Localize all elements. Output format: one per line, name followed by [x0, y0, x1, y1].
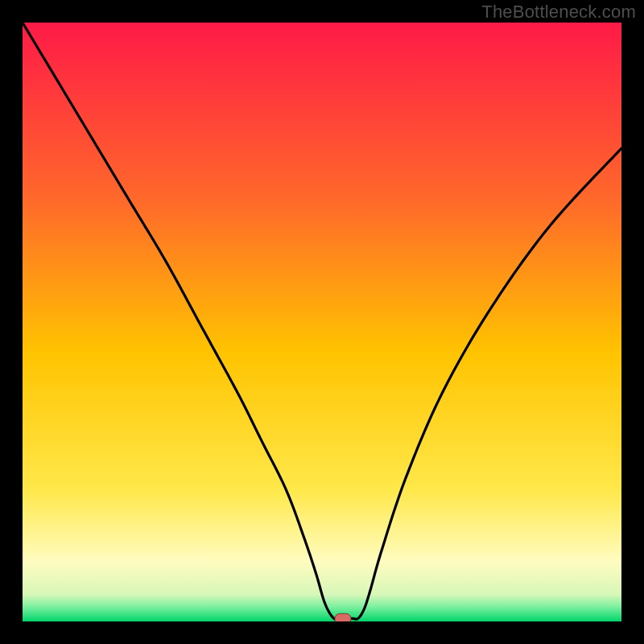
watermark-text: TheBottleneck.com	[481, 2, 636, 23]
optimal-point-marker	[335, 613, 351, 621]
bottleneck-chart-svg	[23, 23, 621, 621]
chart-area	[23, 23, 621, 621]
gradient-background	[23, 23, 621, 621]
